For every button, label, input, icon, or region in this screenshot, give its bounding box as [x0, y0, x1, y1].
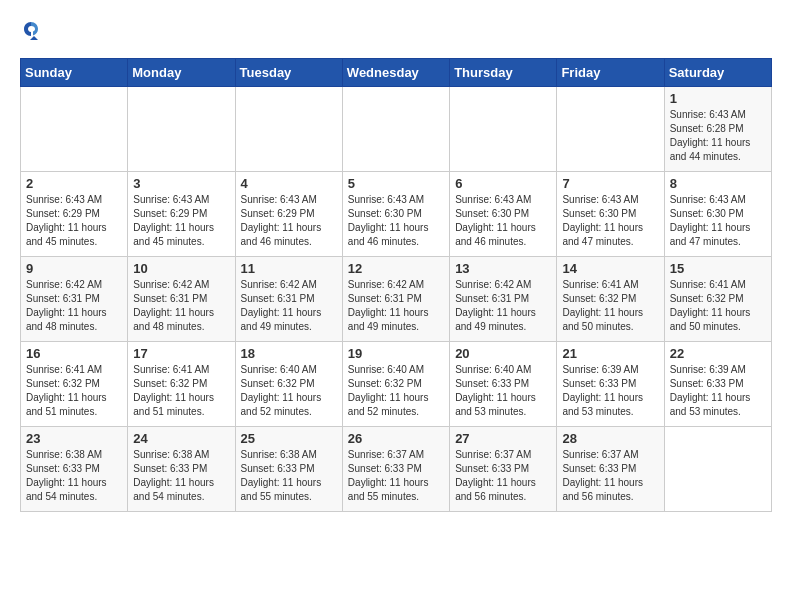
day-info: Sunrise: 6:37 AM Sunset: 6:33 PM Dayligh… [562, 448, 658, 504]
day-number: 14 [562, 261, 658, 276]
calendar-cell: 2Sunrise: 6:43 AM Sunset: 6:29 PM Daylig… [21, 172, 128, 257]
calendar-cell: 27Sunrise: 6:37 AM Sunset: 6:33 PM Dayli… [450, 427, 557, 512]
day-number: 28 [562, 431, 658, 446]
weekday-header-row: SundayMondayTuesdayWednesdayThursdayFrid… [21, 59, 772, 87]
day-number: 23 [26, 431, 122, 446]
calendar-cell: 24Sunrise: 6:38 AM Sunset: 6:33 PM Dayli… [128, 427, 235, 512]
day-number: 24 [133, 431, 229, 446]
weekday-header-wednesday: Wednesday [342, 59, 449, 87]
day-info: Sunrise: 6:41 AM Sunset: 6:32 PM Dayligh… [562, 278, 658, 334]
day-info: Sunrise: 6:42 AM Sunset: 6:31 PM Dayligh… [241, 278, 337, 334]
calendar-cell: 16Sunrise: 6:41 AM Sunset: 6:32 PM Dayli… [21, 342, 128, 427]
day-number: 10 [133, 261, 229, 276]
calendar-cell: 14Sunrise: 6:41 AM Sunset: 6:32 PM Dayli… [557, 257, 664, 342]
week-row-5: 23Sunrise: 6:38 AM Sunset: 6:33 PM Dayli… [21, 427, 772, 512]
calendar-cell [128, 87, 235, 172]
day-number: 3 [133, 176, 229, 191]
calendar-cell: 15Sunrise: 6:41 AM Sunset: 6:32 PM Dayli… [664, 257, 771, 342]
day-info: Sunrise: 6:43 AM Sunset: 6:28 PM Dayligh… [670, 108, 766, 164]
day-number: 15 [670, 261, 766, 276]
calendar-cell: 9Sunrise: 6:42 AM Sunset: 6:31 PM Daylig… [21, 257, 128, 342]
day-number: 11 [241, 261, 337, 276]
weekday-header-friday: Friday [557, 59, 664, 87]
day-number: 17 [133, 346, 229, 361]
calendar-cell: 12Sunrise: 6:42 AM Sunset: 6:31 PM Dayli… [342, 257, 449, 342]
day-info: Sunrise: 6:40 AM Sunset: 6:33 PM Dayligh… [455, 363, 551, 419]
day-number: 16 [26, 346, 122, 361]
week-row-3: 9Sunrise: 6:42 AM Sunset: 6:31 PM Daylig… [21, 257, 772, 342]
day-info: Sunrise: 6:42 AM Sunset: 6:31 PM Dayligh… [26, 278, 122, 334]
week-row-2: 2Sunrise: 6:43 AM Sunset: 6:29 PM Daylig… [21, 172, 772, 257]
day-info: Sunrise: 6:40 AM Sunset: 6:32 PM Dayligh… [241, 363, 337, 419]
day-number: 7 [562, 176, 658, 191]
calendar-cell: 10Sunrise: 6:42 AM Sunset: 6:31 PM Dayli… [128, 257, 235, 342]
day-info: Sunrise: 6:42 AM Sunset: 6:31 PM Dayligh… [455, 278, 551, 334]
calendar-cell: 11Sunrise: 6:42 AM Sunset: 6:31 PM Dayli… [235, 257, 342, 342]
day-info: Sunrise: 6:40 AM Sunset: 6:32 PM Dayligh… [348, 363, 444, 419]
day-number: 12 [348, 261, 444, 276]
day-number: 8 [670, 176, 766, 191]
day-info: Sunrise: 6:38 AM Sunset: 6:33 PM Dayligh… [133, 448, 229, 504]
day-number: 2 [26, 176, 122, 191]
weekday-header-saturday: Saturday [664, 59, 771, 87]
calendar-cell [557, 87, 664, 172]
calendar-cell: 22Sunrise: 6:39 AM Sunset: 6:33 PM Dayli… [664, 342, 771, 427]
day-info: Sunrise: 6:38 AM Sunset: 6:33 PM Dayligh… [26, 448, 122, 504]
day-number: 27 [455, 431, 551, 446]
calendar-cell: 25Sunrise: 6:38 AM Sunset: 6:33 PM Dayli… [235, 427, 342, 512]
week-row-4: 16Sunrise: 6:41 AM Sunset: 6:32 PM Dayli… [21, 342, 772, 427]
day-info: Sunrise: 6:43 AM Sunset: 6:30 PM Dayligh… [562, 193, 658, 249]
calendar-cell [21, 87, 128, 172]
weekday-header-tuesday: Tuesday [235, 59, 342, 87]
calendar-cell: 26Sunrise: 6:37 AM Sunset: 6:33 PM Dayli… [342, 427, 449, 512]
day-number: 22 [670, 346, 766, 361]
day-info: Sunrise: 6:43 AM Sunset: 6:30 PM Dayligh… [670, 193, 766, 249]
day-number: 6 [455, 176, 551, 191]
calendar-cell: 6Sunrise: 6:43 AM Sunset: 6:30 PM Daylig… [450, 172, 557, 257]
page-header [20, 20, 772, 42]
day-number: 9 [26, 261, 122, 276]
calendar-table: SundayMondayTuesdayWednesdayThursdayFrid… [20, 58, 772, 512]
calendar-cell [342, 87, 449, 172]
day-number: 20 [455, 346, 551, 361]
day-info: Sunrise: 6:43 AM Sunset: 6:29 PM Dayligh… [26, 193, 122, 249]
day-info: Sunrise: 6:43 AM Sunset: 6:29 PM Dayligh… [133, 193, 229, 249]
calendar-cell: 21Sunrise: 6:39 AM Sunset: 6:33 PM Dayli… [557, 342, 664, 427]
day-number: 18 [241, 346, 337, 361]
day-number: 4 [241, 176, 337, 191]
day-number: 13 [455, 261, 551, 276]
day-info: Sunrise: 6:37 AM Sunset: 6:33 PM Dayligh… [455, 448, 551, 504]
svg-marker-0 [30, 36, 38, 40]
weekday-header-thursday: Thursday [450, 59, 557, 87]
calendar-cell: 8Sunrise: 6:43 AM Sunset: 6:30 PM Daylig… [664, 172, 771, 257]
day-info: Sunrise: 6:37 AM Sunset: 6:33 PM Dayligh… [348, 448, 444, 504]
day-info: Sunrise: 6:41 AM Sunset: 6:32 PM Dayligh… [670, 278, 766, 334]
day-info: Sunrise: 6:43 AM Sunset: 6:29 PM Dayligh… [241, 193, 337, 249]
day-info: Sunrise: 6:43 AM Sunset: 6:30 PM Dayligh… [348, 193, 444, 249]
day-info: Sunrise: 6:39 AM Sunset: 6:33 PM Dayligh… [562, 363, 658, 419]
weekday-header-sunday: Sunday [21, 59, 128, 87]
logo-icon [20, 20, 42, 42]
calendar-cell: 13Sunrise: 6:42 AM Sunset: 6:31 PM Dayli… [450, 257, 557, 342]
day-info: Sunrise: 6:41 AM Sunset: 6:32 PM Dayligh… [133, 363, 229, 419]
day-number: 25 [241, 431, 337, 446]
calendar-cell: 17Sunrise: 6:41 AM Sunset: 6:32 PM Dayli… [128, 342, 235, 427]
week-row-1: 1Sunrise: 6:43 AM Sunset: 6:28 PM Daylig… [21, 87, 772, 172]
calendar-cell [235, 87, 342, 172]
calendar-cell: 5Sunrise: 6:43 AM Sunset: 6:30 PM Daylig… [342, 172, 449, 257]
calendar-cell: 20Sunrise: 6:40 AM Sunset: 6:33 PM Dayli… [450, 342, 557, 427]
calendar-cell [450, 87, 557, 172]
calendar-cell: 1Sunrise: 6:43 AM Sunset: 6:28 PM Daylig… [664, 87, 771, 172]
calendar-cell [664, 427, 771, 512]
day-info: Sunrise: 6:42 AM Sunset: 6:31 PM Dayligh… [133, 278, 229, 334]
day-number: 5 [348, 176, 444, 191]
logo [20, 20, 46, 42]
calendar-cell: 23Sunrise: 6:38 AM Sunset: 6:33 PM Dayli… [21, 427, 128, 512]
day-number: 1 [670, 91, 766, 106]
day-info: Sunrise: 6:39 AM Sunset: 6:33 PM Dayligh… [670, 363, 766, 419]
calendar-cell: 18Sunrise: 6:40 AM Sunset: 6:32 PM Dayli… [235, 342, 342, 427]
day-number: 21 [562, 346, 658, 361]
day-info: Sunrise: 6:38 AM Sunset: 6:33 PM Dayligh… [241, 448, 337, 504]
day-number: 26 [348, 431, 444, 446]
day-info: Sunrise: 6:43 AM Sunset: 6:30 PM Dayligh… [455, 193, 551, 249]
